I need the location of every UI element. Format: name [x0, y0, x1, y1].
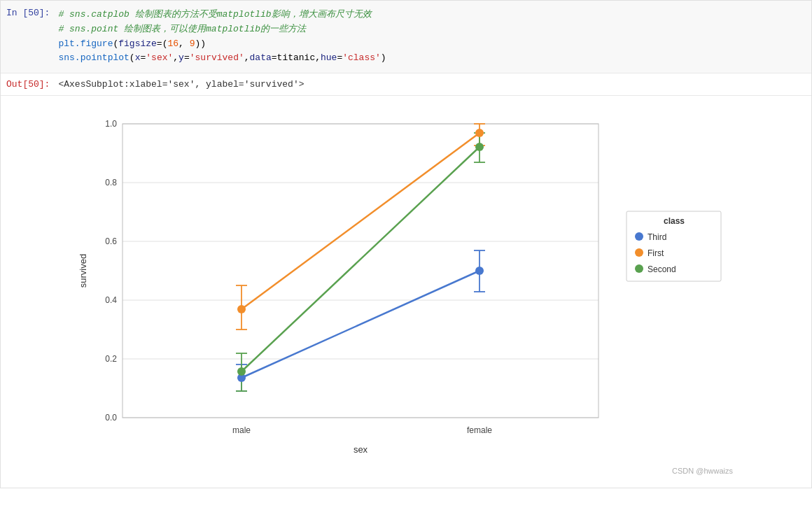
legend-label-first: First [648, 248, 664, 258]
dot-first-female [475, 129, 484, 137]
dot-first-male [237, 305, 246, 313]
comment-1: # sns.catplob 绘制图表的方法不受matplotlib影响，增大画布… [58, 9, 371, 20]
output-label: Out[50]: [1, 78, 55, 91]
legend-label-third: Third [648, 232, 666, 242]
dot-second-male [237, 367, 246, 376]
y-axis-label: survived [78, 254, 88, 288]
sns-pointplot: sns.pointplot [58, 52, 129, 63]
plot-background [74, 103, 738, 481]
svg-text:male: male [232, 425, 251, 435]
code-line-2: # sns.point 绘制图表，可以使用matplotlib的一些方法 [58, 22, 808, 37]
svg-text:0.8: 0.8 [105, 178, 117, 187]
watermark: CSDN @hwwaizs [672, 467, 733, 475]
legend-dot-second [635, 264, 643, 273]
legend-label-second: Second [648, 264, 676, 274]
code-line-3: plt.figure(figsize=(16, 9)) [58, 37, 808, 52]
plt-figure: plt.figure [58, 38, 113, 49]
legend-title: class [664, 216, 685, 226]
code-line-4: sns.pointplot(x='sex',y='survived',data=… [58, 51, 808, 66]
svg-text:1.0: 1.0 [105, 119, 117, 129]
code-line-1: # sns.catplob 绘制图表的方法不受matplotlib影响，增大画布… [58, 8, 808, 22]
input-label: In [50]: [1, 6, 55, 67]
cell-output-text: Out[50]: <AxesSubplot:xlabel='sex', ylab… [1, 73, 811, 96]
svg-text:0.2: 0.2 [105, 354, 117, 364]
plot-area: 0.0 0.2 0.4 0.6 0.8 1.0 survived [74, 103, 738, 481]
dot-second-female [475, 143, 484, 151]
x-axis-label: sex [354, 444, 368, 455]
comment-2: # sns.point 绘制图表，可以使用matplotlib的一些方法 [58, 24, 306, 34]
svg-text:0.0: 0.0 [105, 413, 117, 423]
dot-third-female [475, 267, 484, 275]
legend-dot-first [635, 248, 643, 257]
svg-text:0.4: 0.4 [105, 295, 117, 305]
plot-container: 0.0 0.2 0.4 0.6 0.8 1.0 survived [1, 96, 811, 488]
cell-input: In [50]: # sns.catplob 绘制图表的方法不受matplotl… [1, 1, 811, 73]
svg-text:0.6: 0.6 [105, 236, 117, 246]
output-value: <AxesSubplot:xlabel='sex', ylabel='survi… [55, 78, 307, 91]
cell-code: # sns.catplob 绘制图表的方法不受matplotlib影响，增大画布… [55, 6, 811, 67]
svg-text:female: female [467, 425, 492, 435]
legend-dot-third [635, 232, 643, 241]
notebook-cell: In [50]: # sns.catplob 绘制图表的方法不受matplotl… [0, 0, 812, 488]
plot-svg: 0.0 0.2 0.4 0.6 0.8 1.0 survived [74, 103, 738, 481]
